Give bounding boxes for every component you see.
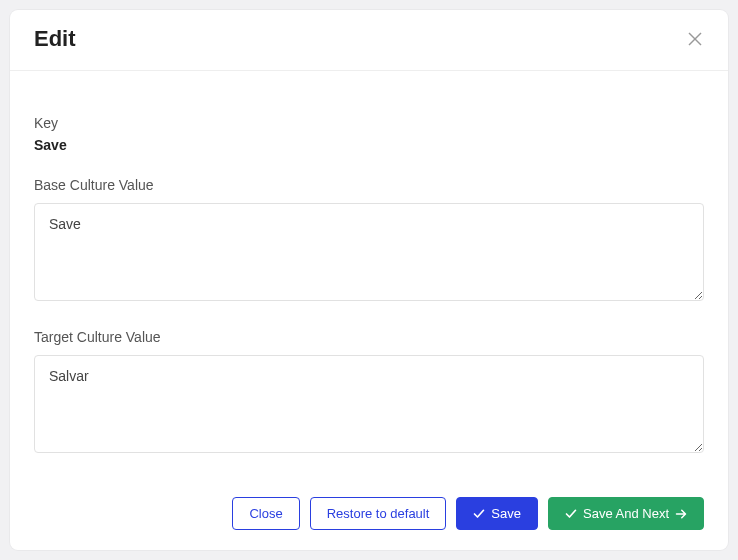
restore-button[interactable]: Restore to default	[310, 497, 447, 530]
target-culture-input[interactable]	[34, 355, 704, 453]
base-culture-field: Base Culture Value	[34, 177, 704, 305]
save-next-button-label: Save And Next	[583, 506, 669, 521]
save-button-label: Save	[491, 506, 521, 521]
close-button[interactable]: Close	[232, 497, 299, 530]
modal-header: Edit	[10, 10, 728, 71]
base-culture-input[interactable]	[34, 203, 704, 301]
edit-modal: Edit Key Save Base Culture Value Target …	[10, 10, 728, 550]
check-icon	[473, 508, 485, 520]
base-culture-label: Base Culture Value	[34, 177, 704, 193]
check-icon	[565, 508, 577, 520]
key-label: Key	[34, 115, 704, 131]
key-field: Key Save	[34, 115, 704, 153]
modal-title: Edit	[34, 26, 76, 52]
close-button-label: Close	[249, 506, 282, 521]
modal-body: Key Save Base Culture Value Target Cultu…	[10, 71, 728, 479]
modal-footer: Close Restore to default Save Save And N…	[10, 479, 728, 550]
close-icon[interactable]	[686, 30, 704, 48]
save-button[interactable]: Save	[456, 497, 538, 530]
arrow-right-icon	[675, 508, 687, 520]
save-next-button[interactable]: Save And Next	[548, 497, 704, 530]
key-value: Save	[34, 137, 704, 153]
target-culture-label: Target Culture Value	[34, 329, 704, 345]
restore-button-label: Restore to default	[327, 506, 430, 521]
target-culture-field: Target Culture Value	[34, 329, 704, 457]
